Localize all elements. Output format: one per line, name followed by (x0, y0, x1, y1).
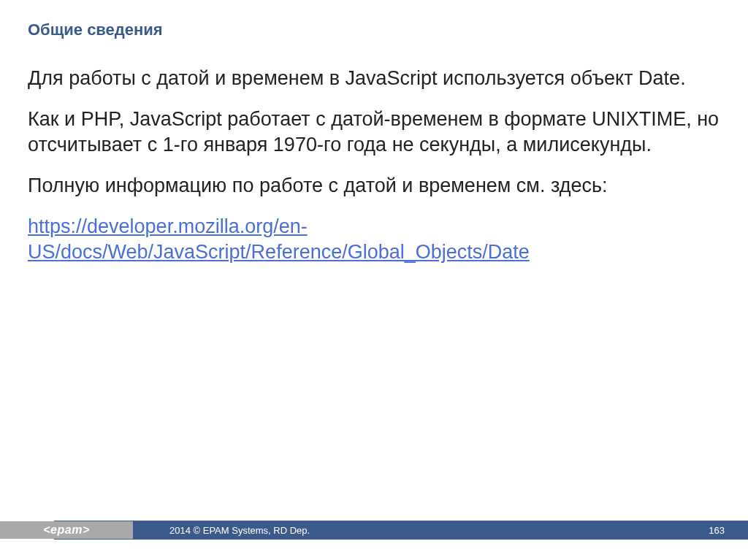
link-paragraph: https://developer.mozilla.org/en-US/docs… (28, 214, 720, 266)
logo-box: <epam> (0, 521, 133, 539)
footer: 2014 © EPAM Systems, RD Dep. 163 <epam> (0, 521, 748, 540)
slide-title: Общие сведения (28, 20, 720, 39)
slide-body: Для работы с датой и временем в JavaScri… (28, 66, 720, 266)
footer-bar: 2014 © EPAM Systems, RD Dep. 163 (54, 521, 748, 540)
slide: Общие сведения Для работы с датой и врем… (0, 0, 748, 560)
paragraph-1: Для работы с датой и временем в JavaScri… (28, 66, 720, 92)
paragraph-3: Полную информацию по работе с датой и вр… (28, 173, 720, 199)
paragraph-2: Как и PHP, JavaScript работает с датой-в… (28, 107, 720, 158)
page-number: 163 (709, 525, 725, 536)
copyright-text: 2014 © EPAM Systems, RD Dep. (169, 525, 310, 536)
epam-logo: <epam> (43, 523, 89, 537)
mdn-date-link[interactable]: https://developer.mozilla.org/en-US/docs… (28, 215, 530, 264)
